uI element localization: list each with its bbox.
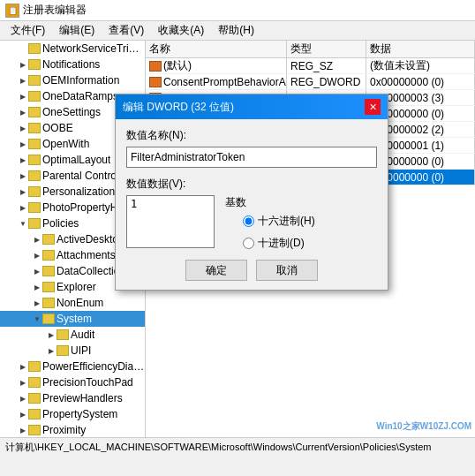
col-header-type: 类型 xyxy=(287,41,366,57)
tree-arrow-icon: ▶ xyxy=(18,170,28,181)
hex-radio-text: 十六进制(H) xyxy=(258,214,315,229)
tree-label: PowerEfficiencyDiagno... xyxy=(42,360,145,373)
reg-data-0: (数值未设置) xyxy=(366,58,475,73)
tree-label: OneSettings xyxy=(42,106,101,118)
folder-icon xyxy=(42,234,55,245)
menu-item-f[interactable]: 文件(F) xyxy=(4,21,52,40)
tree-arrow-icon xyxy=(18,43,28,54)
reg-value-icon xyxy=(149,61,162,72)
dialog-title-bar: 编辑 DWORD (32 位值) ✕ xyxy=(116,94,388,119)
tree-label: Proximity xyxy=(42,424,86,436)
menu-item-v[interactable]: 查看(V) xyxy=(102,21,151,40)
hex-radio-label[interactable]: 十六进制(H) xyxy=(243,214,315,229)
tree-item-0[interactable]: NetworkServiceTrigger xyxy=(0,41,145,57)
tree-arrow-icon: ▶ xyxy=(32,234,42,245)
tree-item-19[interactable]: ▶UIPI xyxy=(0,343,145,359)
tree-label: PrecisionTouchPad xyxy=(42,376,133,389)
registry-header: 名称 类型 数据 xyxy=(146,41,475,58)
tree-item-22[interactable]: ▶PreviewHandlers xyxy=(0,390,145,406)
folder-icon xyxy=(28,75,41,86)
name-input[interactable] xyxy=(126,147,377,168)
dec-radio[interactable] xyxy=(243,238,254,249)
tree-arrow-icon: ▶ xyxy=(18,123,28,133)
dialog-title-text: 编辑 DWORD (32 位值) xyxy=(123,100,234,115)
dec-radio-label[interactable]: 十进制(D) xyxy=(243,236,315,251)
col-header-name: 名称 xyxy=(146,41,287,57)
cancel-button[interactable]: 取消 xyxy=(256,260,318,281)
folder-icon xyxy=(28,123,41,133)
base-label: 基数 xyxy=(225,195,315,210)
folder-icon xyxy=(28,170,41,181)
tree-item-1[interactable]: ▶Notifications xyxy=(0,57,145,72)
dialog-close-button[interactable]: ✕ xyxy=(365,99,381,115)
tree-arrow-icon: ▶ xyxy=(18,139,28,149)
folder-icon xyxy=(28,409,41,419)
tree-arrow-icon: ▶ xyxy=(18,107,28,117)
tree-label: OEMInformation xyxy=(42,74,119,87)
tree-label: PreviewHandlers xyxy=(42,392,123,404)
tree-label: System xyxy=(57,313,92,325)
tree-label: Notifications xyxy=(42,58,100,71)
folder-icon xyxy=(28,43,41,54)
tree-arrow-icon: ▶ xyxy=(18,377,28,388)
reg-name-text-0: (默认) xyxy=(163,58,192,73)
folder-icon xyxy=(28,59,41,70)
tree-item-18[interactable]: ▶Audit xyxy=(0,327,145,343)
folder-icon xyxy=(28,107,41,117)
ok-button[interactable]: 确定 xyxy=(185,260,247,281)
reg-row-1[interactable]: ConsentPromptBehaviorA...REG_DWORD0x0000… xyxy=(146,74,475,90)
tree-arrow-icon: ▶ xyxy=(32,298,42,308)
tree-arrow-icon: ▶ xyxy=(32,282,42,292)
tree-item-16[interactable]: ▶NonEnum xyxy=(0,295,145,311)
menu-bar: 文件(F)编辑(E)查看(V)收藏夹(A)帮助(H) xyxy=(0,21,475,41)
folder-icon xyxy=(42,266,55,276)
tree-label: Parental Controls xyxy=(42,170,124,182)
folder-icon xyxy=(42,298,55,308)
value-label: 数值数据(V): xyxy=(126,177,377,192)
tree-item-17[interactable]: ▼System xyxy=(0,311,145,327)
tree-arrow-icon: ▶ xyxy=(18,409,28,419)
status-text: 计算机\HKEY_LOCAL_MACHINE\SOFTWARE\Microsof… xyxy=(5,441,432,454)
tree-label: OpenWith xyxy=(42,138,89,150)
tree-item-21[interactable]: ▶PrecisionTouchPad xyxy=(0,374,145,390)
tree-item-20[interactable]: ▶PowerEfficiencyDiagno... xyxy=(0,359,145,374)
tree-label: Audit xyxy=(71,329,94,341)
tree-arrow-icon: ▶ xyxy=(46,345,57,356)
menu-item-e[interactable]: 编辑(E) xyxy=(52,21,102,40)
tree-item-23[interactable]: ▶PropertySystem xyxy=(0,406,145,422)
tree-arrow-icon: ▶ xyxy=(18,91,28,102)
tree-arrow-icon: ▼ xyxy=(32,314,42,324)
tree-arrow-icon: ▶ xyxy=(18,75,28,86)
value-input[interactable]: 1 xyxy=(126,195,215,248)
reg-row-0[interactable]: (默认)REG_SZ(数值未设置) xyxy=(146,58,475,74)
folder-icon xyxy=(28,139,41,149)
tree-item-24[interactable]: ▶Proximity xyxy=(0,422,145,438)
folder-icon xyxy=(28,361,41,372)
dialog-buttons: 确定 取消 xyxy=(126,260,377,281)
tree-arrow-icon: ▶ xyxy=(32,250,42,261)
tree-label: Policies xyxy=(42,217,79,230)
reg-type-0: REG_SZ xyxy=(287,58,366,73)
tree-label: Personalization xyxy=(42,185,115,198)
folder-icon xyxy=(57,345,69,356)
folder-icon xyxy=(42,314,55,324)
folder-icon xyxy=(28,202,41,213)
tree-arrow-icon: ▶ xyxy=(46,329,57,340)
tree-item-2[interactable]: ▶OEMInformation xyxy=(0,72,145,88)
reg-type-1: REG_DWORD xyxy=(287,74,366,89)
dec-radio-text: 十进制(D) xyxy=(258,236,305,251)
main-content: NetworkServiceTrigger▶Notifications▶OEMI… xyxy=(0,41,475,457)
tree-arrow-icon: ▶ xyxy=(18,59,28,70)
folder-icon xyxy=(28,186,41,197)
tree-arrow-icon: ▶ xyxy=(32,266,42,276)
menu-item-h[interactable]: 帮助(H) xyxy=(211,21,261,40)
tree-label: OptimalLayout xyxy=(42,154,110,166)
folder-icon xyxy=(28,91,41,102)
folder-icon xyxy=(28,218,41,229)
radio-group: 十六进制(H) 十进制(D) xyxy=(243,214,315,251)
reg-name-0: (默认) xyxy=(146,58,287,73)
menu-item-a[interactable]: 收藏夹(A) xyxy=(151,21,211,40)
status-bar: 计算机\HKEY_LOCAL_MACHINE\SOFTWARE\Microsof… xyxy=(0,437,475,457)
hex-radio[interactable] xyxy=(243,215,254,227)
tree-arrow-icon: ▶ xyxy=(18,186,28,197)
